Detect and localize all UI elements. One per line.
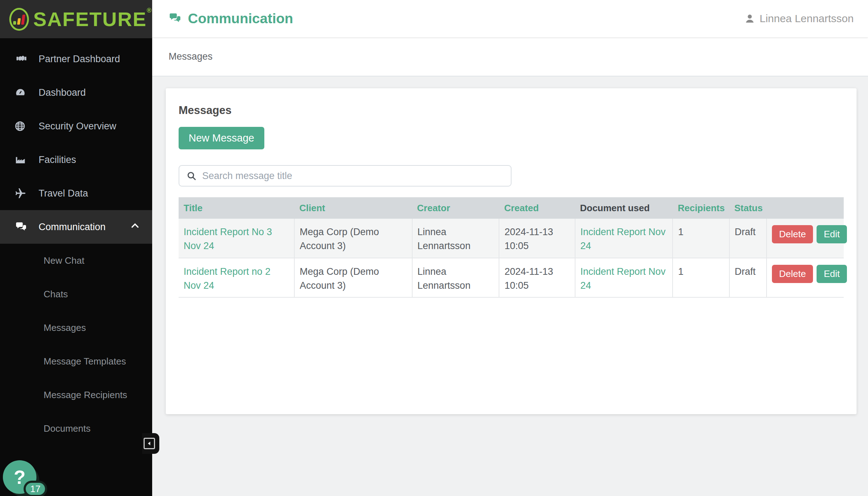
breadcrumb-bar: Messages	[152, 37, 868, 76]
handshake-icon	[14, 53, 31, 65]
cell-created: 2024-11-13 10:05	[499, 258, 575, 297]
col-header-recipients[interactable]: Recipients	[673, 197, 729, 219]
breadcrumb: Messages	[169, 51, 213, 62]
sidebar-item-label: Facilities	[39, 154, 76, 165]
col-header-client[interactable]: Client	[294, 197, 412, 219]
sidebar-item-dashboard[interactable]: Dashboard	[0, 76, 152, 109]
sidebar-subitem-label: New Chat	[44, 255, 84, 266]
sidebar-item-travel-data[interactable]: Travel Data	[0, 177, 152, 210]
user-icon	[744, 13, 755, 24]
sidebar-subitem-label: Message Templates	[44, 356, 126, 367]
brand-logo[interactable]: SAFETURE®	[0, 0, 152, 38]
message-title-link[interactable]: Incident Report No 3 Nov 24	[184, 227, 272, 251]
user-menu[interactable]: Linnea Lennartsson	[744, 13, 854, 25]
sidebar-subitem-chats[interactable]: Chats	[0, 277, 152, 311]
sidebar-item-communication[interactable]: Communication	[0, 210, 152, 244]
top-header: Communication Linnea Lennartsson	[152, 0, 868, 37]
sidebar-subitem-documents[interactable]: Documents	[0, 412, 152, 445]
safeture-chart-icon	[9, 8, 29, 31]
sidebar-subitem-label: Documents	[44, 423, 91, 434]
gauge-icon	[14, 86, 31, 99]
chevron-up-icon	[130, 221, 140, 233]
collapse-left-icon	[144, 438, 155, 449]
edit-button[interactable]: Edit	[817, 225, 847, 243]
col-header-actions	[767, 197, 844, 219]
cell-created: 2024-11-13 10:05	[499, 219, 575, 258]
sidebar-nav: Partner Dashboard Dashboard Security Ove…	[0, 42, 152, 445]
globe-icon	[14, 120, 31, 132]
sidebar-item-label: Partner Dashboard	[39, 54, 120, 65]
sidebar-subitem-message-recipients[interactable]: Message Recipients	[0, 378, 152, 412]
cell-title: Incident Report no 2 Nov 24	[179, 258, 294, 297]
user-name: Linnea Lennartsson	[759, 13, 854, 25]
brand-name: SAFETURE®	[33, 9, 152, 29]
factory-icon	[14, 154, 31, 166]
cell-title: Incident Report No 3 Nov 24	[179, 219, 294, 258]
plane-icon	[14, 187, 31, 199]
col-header-title[interactable]: Title	[179, 197, 294, 219]
document-link[interactable]: Incident Report Nov 24	[580, 266, 666, 291]
cell-creator: Linnea Lennartsson	[412, 219, 499, 258]
cell-status: Draft	[729, 258, 767, 297]
card-title: Messages	[179, 104, 844, 117]
sidebar-collapse-button[interactable]	[142, 433, 159, 454]
cell-document-used: Incident Report Nov 24	[575, 219, 673, 258]
cell-status: Draft	[729, 219, 767, 258]
registered-mark: ®	[147, 7, 152, 14]
cell-actions: DeleteEdit	[767, 219, 844, 258]
search-input[interactable]	[202, 170, 504, 182]
app-root: SAFETURE® Partner Dashboard Dashboard Se…	[0, 0, 868, 496]
edit-button[interactable]: Edit	[817, 265, 847, 283]
sidebar-item-security-overview[interactable]: Security Overview	[0, 109, 152, 143]
sidebar-item-facilities[interactable]: Facilities	[0, 143, 152, 177]
col-header-status[interactable]: Status	[729, 197, 767, 219]
sidebar-subitem-label: Message Recipients	[44, 390, 127, 401]
help-widget: ? 17	[3, 460, 60, 496]
question-mark-icon: ?	[14, 466, 26, 488]
sidebar-item-label: Travel Data	[39, 188, 88, 199]
sidebar-item-label: Communication	[39, 222, 106, 233]
table-row: Incident Report no 2 Nov 24 Mega Corp (D…	[179, 258, 844, 297]
message-title-link[interactable]: Incident Report no 2 Nov 24	[184, 266, 270, 291]
delete-button[interactable]: Delete	[772, 225, 813, 243]
search-icon	[186, 171, 196, 181]
sidebar-item-partner-dashboard[interactable]: Partner Dashboard	[0, 42, 152, 76]
sidebar: SAFETURE® Partner Dashboard Dashboard Se…	[0, 0, 152, 496]
help-badge: 17	[24, 481, 47, 496]
sidebar-subitem-label: Messages	[44, 322, 86, 333]
new-message-button[interactable]: New Message	[179, 127, 264, 149]
table-row: Incident Report No 3 Nov 24 Mega Corp (D…	[179, 219, 844, 258]
sidebar-subitem-label: Chats	[44, 289, 68, 300]
sidebar-subitem-message-templates[interactable]: Message Templates	[0, 344, 152, 378]
col-header-creator[interactable]: Creator	[412, 197, 499, 219]
cell-recipients: 1	[673, 258, 729, 297]
sidebar-subitem-messages[interactable]: Messages	[0, 311, 152, 344]
delete-button[interactable]: Delete	[772, 265, 813, 283]
cell-creator: Linnea Lennartsson	[412, 258, 499, 297]
cell-document-used: Incident Report Nov 24	[575, 258, 673, 297]
page-title-text: Communication	[188, 11, 293, 26]
cell-client: Mega Corp (Demo Account 3)	[294, 219, 412, 258]
page-title: Communication	[168, 11, 293, 26]
sidebar-subitem-new-chat[interactable]: New Chat	[0, 244, 152, 277]
cell-recipients: 1	[673, 219, 729, 258]
brand-name-text: SAFETURE	[33, 8, 147, 30]
sidebar-item-label: Security Overview	[39, 121, 116, 132]
chat-bubbles-icon	[168, 12, 182, 25]
messages-card: Messages New Message Title Client Creato…	[166, 88, 857, 414]
cell-actions: DeleteEdit	[767, 258, 844, 297]
search-box	[179, 165, 512, 187]
document-link[interactable]: Incident Report Nov 24	[580, 227, 666, 251]
chat-bubbles-icon	[14, 221, 31, 233]
table-header-row: Title Client Creator Created Document us…	[179, 197, 844, 219]
cell-client: Mega Corp (Demo Account 3)	[294, 258, 412, 297]
messages-table: Title Client Creator Created Document us…	[179, 197, 844, 298]
sidebar-item-label: Dashboard	[39, 87, 86, 98]
col-header-created[interactable]: Created	[499, 197, 575, 219]
col-header-document-used: Document used	[575, 197, 673, 219]
